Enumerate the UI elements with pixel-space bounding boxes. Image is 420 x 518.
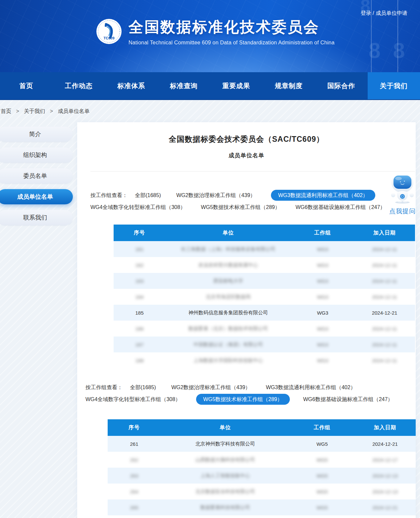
filter-wg4[interactable]: WG4全域数字化转型标准工作组（308） <box>85 396 181 402</box>
member-units-table-wg5: 序号 单位 工作组 加入日期 261 北京神州数字科技有限公司 WG5 2024… <box>108 419 416 515</box>
filter-wg5[interactable]: WG5数据技术标准工作组（289） <box>196 394 290 405</box>
assistant-robot-icon[interactable] <box>387 172 418 205</box>
filter-wg2[interactable]: WG2数据治理标准工作组（439） <box>171 385 250 390</box>
table-row: 187 中国数据认证（集团）有限公司 WG3 2024-12-11 <box>114 337 415 352</box>
filter-all[interactable]: 全部(1685) <box>130 385 156 390</box>
filter-all[interactable]: 全部(1685) <box>135 192 161 198</box>
nav-item-home[interactable]: 首页 <box>0 72 53 99</box>
filter-wg3[interactable]: WG3数据流通利用标准工作组（402） <box>266 385 356 390</box>
site-banner: 登录 / 成员单位申请 TC609 全国数据标准化技术委员会 National … <box>0 0 420 72</box>
filter-wg2[interactable]: WG2数据治理标准工作组（439） <box>176 192 255 198</box>
breadcrumb: 首页 > 关于我们 > 成员单位名单 <box>0 100 420 122</box>
nav-item-standard-system[interactable]: 标准体系 <box>105 72 158 99</box>
column-header: 加入日期 <box>354 225 415 241</box>
table-header-row: 序号 单位 工作组 加入日期 <box>114 225 415 241</box>
column-header: 单位 <box>165 225 291 241</box>
site-brand: TC609 全国数据标准化技术委员会 National Technical Co… <box>96 17 335 46</box>
sidebar: 简介 组织架构 委员名单 成员单位名单 联系我们 <box>0 127 74 231</box>
column-header: 加入日期 <box>354 419 416 436</box>
column-header: 序号 <box>114 225 165 241</box>
workgroup-filter-section-1: 按工作组查看： 全部(1685) WG2数据治理标准工作组（439） WG3数据… <box>90 189 416 213</box>
breadcrumb-separator: > <box>16 108 19 114</box>
content-card: 全国数据标委会技术委员会（SAC/TC609） 成员单位名单 <box>77 122 416 518</box>
nav-item-regulations[interactable]: 规章制度 <box>263 72 315 99</box>
filter-wg3[interactable]: WG3数据流通利用标准工作组（402） <box>271 190 375 201</box>
column-header: 工作组 <box>290 419 354 436</box>
table-row: 265 数据要素科技有限公司 WG5 2024-12-21 <box>108 499 416 515</box>
login-apply-link[interactable]: 登录 / 成员单位申请 <box>361 10 407 17</box>
filter-label: 按工作组查看： <box>90 192 128 198</box>
filter-label: 按工作组查看： <box>85 385 123 390</box>
table-row: 188 上海数据大学国际科技创新中心 WG3 2024-12-11 <box>114 352 415 368</box>
table-row: 262 山西数据大脑科技有限公司 WG5 2024-12-17 <box>108 452 416 468</box>
table-row: 181 长三角数据（上海）科技服务设备有限公司 WG3 2024-12-11 <box>114 241 415 257</box>
svg-text:TC609: TC609 <box>103 36 114 40</box>
table-row-highlight: 185 神州数码信息服务集团股份有限公司 WG3 2024-12-21 <box>114 305 415 321</box>
committee-logo-icon: TC609 <box>96 19 122 44</box>
table-row: 264 北京数据安全科技有限公司 WG5 2024-12-13 <box>108 484 416 499</box>
breadcrumb-separator: > <box>50 108 53 114</box>
column-header: 工作组 <box>291 225 354 241</box>
breadcrumb-about[interactable]: 关于我们 <box>24 108 45 114</box>
sidebar-item-organization[interactable]: 组织架构 <box>0 147 73 163</box>
table-row: 184 北京市海淀区数据局 WG3 2024-12-11 <box>114 289 415 305</box>
nav-item-work-news[interactable]: 工作动态 <box>53 72 105 99</box>
page-subtitle: 成员单位名单 <box>77 152 416 159</box>
filter-wg6[interactable]: WG6数据基础设施标准工作组（247） <box>295 204 385 210</box>
site-title: 全国数据标准化技术委员会 <box>129 17 335 37</box>
nav-item-standard-search[interactable]: 标准查询 <box>158 72 210 99</box>
table-row: 182 农业农村部大数据发展中心 WG3 2024-12-11 <box>114 257 415 273</box>
table-row: 183 西安邮电大学 WG3 2024-12-11 <box>114 273 415 289</box>
sidebar-item-intro[interactable]: 简介 <box>0 127 73 142</box>
member-units-table-wg3: 序号 单位 工作组 加入日期 181 长三角数据（上海）科技服务设备有限公司 W… <box>114 225 415 368</box>
sidebar-item-committee-members[interactable]: 委员名单 <box>0 168 73 183</box>
page-title: 全国数据标委会技术委员会（SAC/TC609） <box>77 122 416 144</box>
nav-item-international[interactable]: 国际合作 <box>315 72 368 99</box>
workgroup-filter-section-2: 按工作组查看： 全部(1685) WG2数据治理标准工作组（439） WG3数据… <box>85 382 416 405</box>
column-header: 序号 <box>108 419 161 436</box>
filter-wg4[interactable]: WG4全域数字化转型标准工作组（308） <box>90 204 185 210</box>
filter-wg5[interactable]: WG5数据技术标准工作组（289） <box>201 204 280 210</box>
breadcrumb-home[interactable]: 首页 <box>1 108 11 114</box>
table-row-highlight: 261 北京神州数字科技有限公司 WG5 2024-12-21 <box>108 436 416 452</box>
assistant-label[interactable]: 点我提问 <box>387 207 418 216</box>
filter-wg6[interactable]: WG6数据基础设施标准工作组（247） <box>303 396 393 402</box>
nav-item-about[interactable]: 关于我们 <box>368 72 420 99</box>
divider <box>90 171 415 172</box>
table-row: 263 上海人工智能创新中心 WG5 2024-12-13 <box>108 468 416 484</box>
table-header-row: 序号 单位 工作组 加入日期 <box>108 419 416 436</box>
table-row: 186 数据要素（北京）数据技术有限公司 WG3 2024-12-11 <box>114 321 415 337</box>
breadcrumb-member-units: 成员单位名单 <box>58 108 90 114</box>
sidebar-item-member-units[interactable]: 成员单位名单 <box>0 189 73 204</box>
sidebar-item-contact[interactable]: 联系我们 <box>0 210 73 225</box>
main-nav: 首页 工作动态 标准体系 标准查询 重要成果 规章制度 国际合作 关于我们 <box>0 72 420 100</box>
column-header: 单位 <box>161 419 290 436</box>
nav-item-achievements[interactable]: 重要成果 <box>210 72 263 99</box>
assistant-widget[interactable]: 点我提问 <box>387 172 418 216</box>
site-subtitle-en: National Technical Committee 609 on Data… <box>129 40 335 46</box>
